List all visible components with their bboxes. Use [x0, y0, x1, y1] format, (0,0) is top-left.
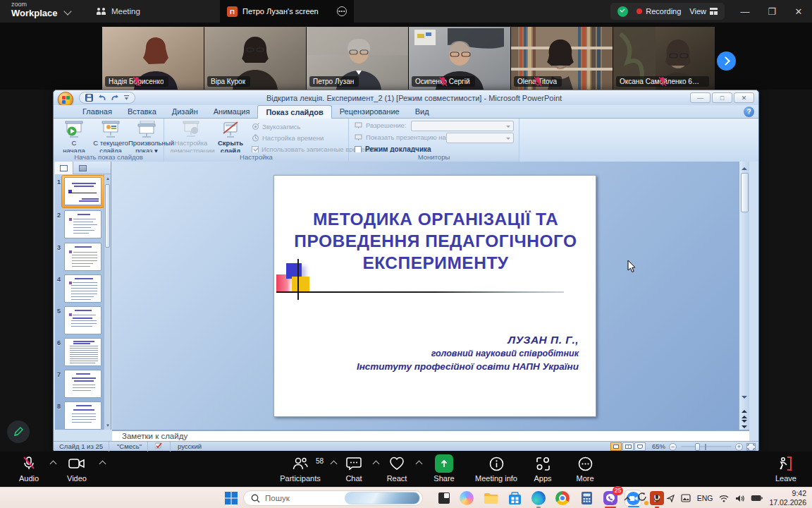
- tab-review[interactable]: Рецензирование: [332, 105, 407, 119]
- minimize-button[interactable]: —: [732, 0, 758, 23]
- calculator-button[interactable]: [578, 490, 595, 507]
- slide-thumbnail-selected[interactable]: 1: [55, 176, 104, 207]
- video-tile[interactable]: Оксана Самойленко 6М-Т ...: [613, 27, 715, 90]
- custom-slideshow-button[interactable]: Произвольныйпоказ ▾: [128, 121, 165, 152]
- video-tile[interactable]: Віра Курок: [204, 27, 306, 90]
- search-highlight-image[interactable]: [345, 492, 421, 504]
- language-indicator[interactable]: ENG: [697, 494, 713, 502]
- help-button[interactable]: ?: [744, 107, 754, 117]
- ppt-close-button[interactable]: ✕: [734, 92, 754, 103]
- leave-button[interactable]: Leave: [765, 455, 806, 483]
- location-in-use-icon[interactable]: [667, 495, 675, 502]
- meeting-info-button[interactable]: Meeting info: [469, 455, 523, 483]
- recording-indicator[interactable]: Recording: [636, 7, 681, 16]
- record-narration-option[interactable]: Звукозапись: [252, 123, 301, 131]
- undo-icon[interactable]: [97, 94, 106, 102]
- editor-scrollbar[interactable]: [739, 162, 749, 430]
- edge-button[interactable]: [530, 490, 547, 507]
- video-tile-active-speaker[interactable]: Петро Лузан: [307, 27, 408, 90]
- view-button[interactable]: View: [689, 7, 718, 16]
- slide-sorter-view-button[interactable]: [622, 442, 634, 451]
- volume-icon[interactable]: [735, 495, 744, 502]
- notes-pane[interactable]: Заметки к слайду: [112, 430, 749, 441]
- video-button[interactable]: Video: [56, 455, 97, 483]
- tab-slideshow[interactable]: Показ слайдов: [257, 105, 331, 119]
- audio-options-chevron[interactable]: [50, 461, 57, 468]
- panel-scrollbar[interactable]: ▲ ▼: [104, 174, 111, 430]
- zoom-in-button[interactable]: +: [735, 443, 743, 451]
- tab-home[interactable]: Главная: [75, 105, 120, 119]
- more-button[interactable]: More: [567, 455, 603, 483]
- chrome-button[interactable]: [554, 490, 571, 507]
- video-tile[interactable]: Надія Борисенко: [102, 27, 204, 90]
- slides-tab[interactable]: [55, 162, 73, 174]
- participants-button[interactable]: 58 Participants: [271, 455, 329, 483]
- tab-meeting[interactable]: Meeting: [89, 0, 147, 23]
- zoom-out-button[interactable]: −: [669, 443, 677, 451]
- chevron-down-icon[interactable]: [63, 7, 71, 15]
- clock[interactable]: 9:42 17.02.2026: [769, 489, 806, 507]
- slide-thumbnail[interactable]: 8: [55, 400, 104, 430]
- rehearse-timings-option[interactable]: Настройка времени: [252, 134, 324, 142]
- microsoft-store-button[interactable]: [506, 490, 523, 507]
- save-icon[interactable]: [85, 94, 93, 102]
- ppt-minimize-button[interactable]: —: [690, 92, 710, 103]
- video-tile[interactable]: Осипенко Сергій: [409, 27, 510, 90]
- battery-icon[interactable]: [751, 495, 763, 502]
- react-options-chevron[interactable]: [416, 461, 423, 468]
- outline-tab[interactable]: [73, 162, 92, 174]
- language-indicator[interactable]: русский: [172, 442, 207, 452]
- tab-view[interactable]: Вид: [407, 105, 437, 119]
- video-options-chevron[interactable]: [99, 461, 106, 468]
- audio-button[interactable]: Audio: [8, 455, 49, 483]
- tab-animations[interactable]: Анимация: [206, 105, 258, 119]
- start-button[interactable]: [223, 490, 240, 507]
- more-options-icon[interactable]: •••: [337, 6, 347, 16]
- search-box[interactable]: Пошук: [243, 490, 423, 506]
- annotate-button[interactable]: [7, 421, 30, 443]
- hide-slide-button[interactable]: Скрытьслайд: [215, 121, 246, 152]
- tray-expand-chevron[interactable]: [624, 496, 631, 501]
- customize-quick-access-icon[interactable]: [124, 95, 129, 101]
- security-shield-icon[interactable]: [617, 6, 628, 17]
- apps-button[interactable]: Apps: [524, 455, 561, 483]
- react-button[interactable]: React: [379, 455, 414, 483]
- slide-thumbnail[interactable]: 7: [55, 368, 104, 400]
- resolution-dropdown[interactable]: [411, 121, 514, 131]
- mic-in-use-icon[interactable]: [653, 494, 660, 503]
- zoom-slider-thumb[interactable]: [695, 443, 700, 451]
- slide-thumbnail[interactable]: 2: [55, 209, 104, 241]
- spellcheck-icon[interactable]: [148, 442, 171, 452]
- powerpoint-title-bar[interactable]: Відкрита лекція. Експеримент_2 (1) [Режи…: [54, 90, 758, 105]
- tab-design[interactable]: Дизайн: [164, 105, 206, 119]
- ppt-maximize-button[interactable]: □: [712, 92, 732, 103]
- from-beginning-button[interactable]: Сначала: [56, 121, 92, 152]
- restore-button[interactable]: ❐: [758, 0, 785, 23]
- close-button[interactable]: ✕: [785, 0, 812, 23]
- copilot-button[interactable]: [458, 490, 475, 507]
- chat-options-chevron[interactable]: [373, 461, 380, 468]
- normal-view-button[interactable]: [610, 442, 622, 451]
- from-current-slide-button[interactable]: С текущегослайда: [92, 121, 129, 152]
- sync-icon[interactable]: [637, 492, 647, 504]
- zoom-slider[interactable]: [681, 446, 732, 448]
- slide-thumbnail[interactable]: 4: [55, 273, 104, 305]
- fit-to-window-button[interactable]: [746, 443, 756, 451]
- task-view-button[interactable]: [436, 490, 453, 507]
- video-tile[interactable]: Olena Titova: [511, 27, 613, 90]
- slide-thumbnail[interactable]: 5: [55, 305, 104, 337]
- next-participants-button[interactable]: [717, 52, 736, 71]
- chat-button[interactable]: Chat: [336, 455, 371, 483]
- tab-insert[interactable]: Вставка: [120, 105, 164, 119]
- viber-button[interactable]: 25: [602, 490, 619, 507]
- setup-show-button[interactable]: Настройкадемонстрации: [170, 121, 212, 152]
- redo-icon[interactable]: [111, 94, 120, 102]
- wifi-icon[interactable]: [719, 495, 729, 502]
- share-button[interactable]: Share: [424, 455, 464, 483]
- file-explorer-button[interactable]: [482, 490, 499, 507]
- slideshow-view-button[interactable]: [634, 442, 646, 451]
- zoom-percentage[interactable]: 65%: [652, 442, 665, 452]
- slide-thumbnail[interactable]: 3: [55, 241, 104, 273]
- show-on-dropdown[interactable]: [446, 133, 514, 143]
- photos-icon[interactable]: [681, 494, 691, 502]
